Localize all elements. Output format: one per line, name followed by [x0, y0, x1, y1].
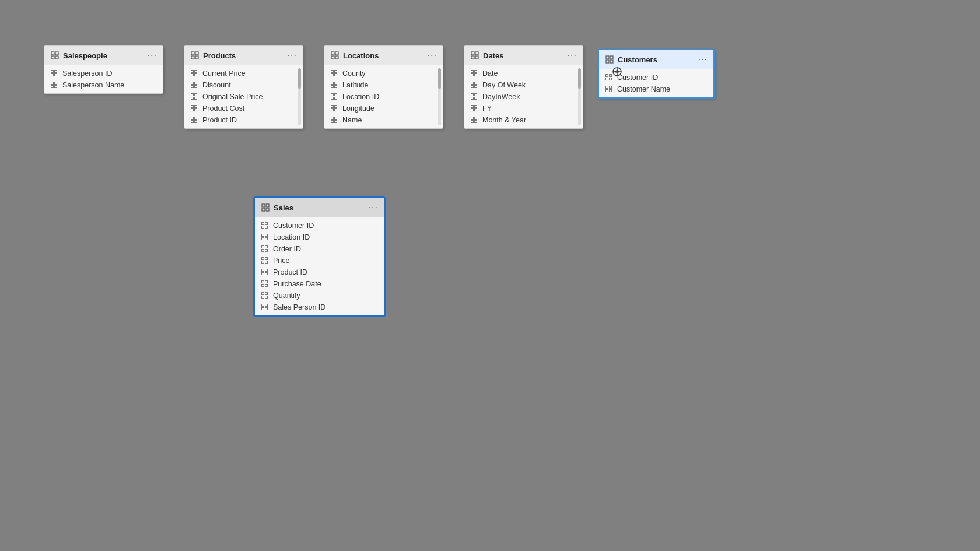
field-label-county: County [342, 69, 366, 78]
svg-rect-122 [262, 273, 264, 275]
field-label-product-id-sales: Product ID [273, 268, 307, 276]
locations-scrollbar-thumb[interactable] [438, 68, 441, 89]
products-scrollbar[interactable] [298, 68, 301, 125]
svg-rect-54 [331, 109, 334, 111]
field-customer-name[interactable]: Customer Name [599, 83, 713, 95]
dates-scrollbar[interactable] [578, 68, 581, 125]
svg-rect-33 [195, 117, 197, 120]
sales-table[interactable]: Sales ··· Customer ID Location ID Order … [254, 197, 385, 317]
svg-rect-89 [610, 75, 612, 77]
field-label-location-id: Location ID [342, 93, 379, 101]
svg-rect-130 [262, 296, 264, 299]
products-menu[interactable]: ··· [288, 50, 297, 61]
svg-rect-125 [265, 281, 268, 283]
sales-header[interactable]: Sales ··· [255, 198, 384, 217]
locations-title: Locations [343, 51, 379, 60]
svg-rect-118 [262, 261, 264, 264]
field-label-purchase-date: Purchase Date [273, 280, 321, 288]
svg-rect-50 [331, 97, 334, 100]
customers-header[interactable]: Customers ··· [599, 50, 713, 69]
field-product-cost[interactable]: Product Cost [184, 103, 303, 114]
svg-rect-12 [191, 52, 194, 55]
field-label-salesperson-name: Salesperson Name [62, 81, 124, 89]
field-icon-product-id-sales [261, 268, 269, 276]
sales-menu[interactable]: ··· [369, 202, 378, 213]
svg-rect-77 [475, 106, 477, 108]
svg-rect-13 [195, 52, 198, 55]
field-original-sale-price[interactable]: Original Sale Price [184, 91, 303, 103]
svg-rect-46 [331, 86, 334, 88]
svg-rect-76 [471, 106, 474, 108]
field-price[interactable]: Price [255, 255, 384, 266]
svg-rect-57 [335, 117, 337, 120]
field-label-name: Name [342, 116, 362, 124]
field-purchase-date[interactable]: Purchase Date [255, 278, 384, 290]
field-location-id[interactable]: Location ID [324, 91, 443, 103]
salespeople-menu[interactable]: ··· [148, 50, 157, 61]
customers-menu[interactable]: ··· [698, 54, 708, 65]
field-month-year[interactable]: Month & Year [464, 114, 583, 126]
products-table[interactable]: Products ··· Current Price Discount Orig… [184, 45, 303, 129]
svg-rect-83 [475, 121, 477, 123]
svg-rect-108 [262, 234, 264, 237]
svg-rect-62 [471, 56, 474, 59]
field-product-id-products[interactable]: Product ID [184, 114, 303, 126]
products-header[interactable]: Products ··· [184, 46, 303, 65]
svg-rect-29 [195, 106, 197, 108]
svg-rect-59 [335, 121, 337, 123]
svg-rect-133 [265, 304, 268, 307]
field-county[interactable]: County [324, 68, 443, 79]
svg-rect-56 [331, 117, 334, 120]
field-discount[interactable]: Discount [184, 79, 303, 91]
svg-rect-85 [610, 56, 613, 59]
svg-rect-10 [51, 86, 54, 88]
field-current-price[interactable]: Current Price [184, 68, 303, 79]
field-dayinweek[interactable]: DayInWeek [464, 91, 583, 103]
field-day-of-week[interactable]: Day Of Week [464, 79, 583, 91]
svg-rect-37 [335, 52, 338, 55]
salespeople-table[interactable]: Salespeople ··· Salesperson ID [44, 45, 163, 94]
field-fy[interactable]: FY [464, 103, 583, 114]
dates-scrollbar-thumb[interactable] [578, 68, 581, 89]
svg-rect-42 [331, 74, 334, 76]
salespeople-header[interactable]: Salespeople ··· [44, 46, 163, 65]
field-icon-county [330, 69, 338, 78]
field-longitude[interactable]: Longitude [324, 103, 443, 114]
field-sales-person-id[interactable]: Sales Person ID [255, 301, 384, 313]
field-salesperson-name[interactable]: Salesperson Name [44, 79, 163, 91]
svg-rect-116 [262, 258, 264, 260]
svg-rect-16 [191, 71, 194, 73]
field-label-salesperson-id: Salesperson ID [62, 69, 112, 78]
field-quantity[interactable]: Quantity [255, 290, 384, 301]
svg-rect-61 [475, 52, 478, 55]
svg-rect-19 [195, 74, 197, 76]
customers-title: Customers [618, 55, 657, 64]
dates-menu[interactable]: ··· [568, 50, 577, 61]
locations-menu[interactable]: ··· [428, 50, 437, 61]
field-salesperson-id[interactable]: Salesperson ID [44, 68, 163, 79]
field-customer-id-customers[interactable]: Customer ID [599, 72, 713, 83]
field-latitude[interactable]: Latitude [324, 79, 443, 91]
field-icon-longitude [330, 104, 338, 113]
locations-table[interactable]: Locations ··· County Latitude Location I… [324, 45, 443, 129]
field-icon-purchase-date [261, 280, 269, 288]
field-location-id-sales[interactable]: Location ID [255, 231, 384, 243]
svg-rect-70 [471, 86, 474, 88]
field-name[interactable]: Name [324, 114, 443, 126]
products-scrollbar-thumb[interactable] [298, 68, 301, 89]
locations-scrollbar[interactable] [438, 68, 441, 125]
svg-rect-80 [471, 117, 474, 120]
dates-title: Dates [483, 51, 503, 60]
locations-header[interactable]: Locations ··· [324, 46, 443, 65]
svg-rect-30 [191, 109, 194, 111]
dates-header[interactable]: Dates ··· [464, 46, 583, 65]
dates-table[interactable]: Dates ··· Date Day Of Week DayInWeek [464, 45, 583, 129]
field-product-id-sales[interactable]: Product ID [255, 266, 384, 278]
field-order-id[interactable]: Order ID [255, 243, 384, 255]
customers-table[interactable]: Customers ··· Customer ID Customer Name [598, 49, 715, 99]
field-label-current-price: Current Price [202, 69, 246, 78]
field-date[interactable]: Date [464, 68, 583, 79]
field-customer-id-sales[interactable]: Customer ID [255, 220, 384, 231]
field-label-latitude: Latitude [342, 81, 368, 89]
svg-rect-65 [475, 71, 477, 73]
